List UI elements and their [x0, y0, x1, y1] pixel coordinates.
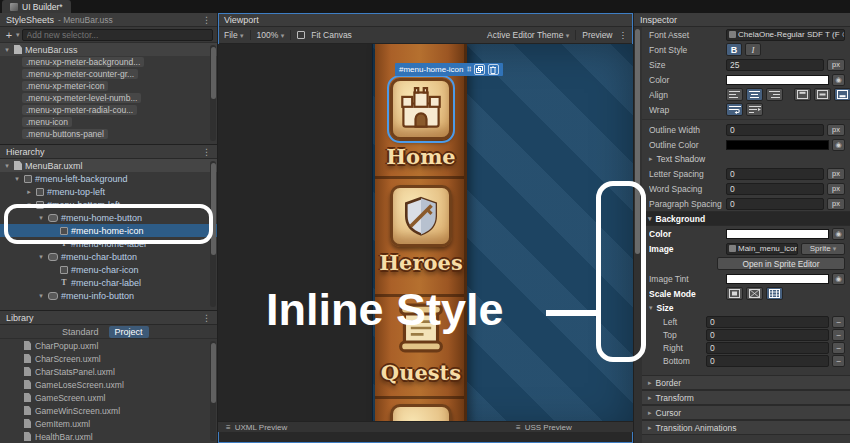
- hierarchy-root-row[interactable]: ▾ MenuBar.uxml: [0, 159, 217, 172]
- expander-icon[interactable]: ▾: [13, 175, 21, 183]
- expander-icon[interactable]: ▾: [37, 253, 45, 261]
- expander-icon[interactable]: ▾: [37, 292, 45, 300]
- paragraph-spacing-unit-dropdown[interactable]: px: [827, 198, 845, 210]
- expander-icon[interactable]: ▸: [25, 188, 33, 196]
- library-menu-icon[interactable]: ⋮: [202, 313, 211, 323]
- outline-width-input[interactable]: [726, 124, 824, 136]
- fit-canvas-button[interactable]: Fit Canvas: [311, 30, 352, 40]
- heroes-label[interactable]: Heroes: [375, 250, 467, 275]
- text-shadow-foldout[interactable]: ▸ Text Shadow: [642, 152, 850, 166]
- add-selector-button[interactable]: +: [4, 29, 14, 41]
- uss-selector-row[interactable]: .menu-icon: [0, 116, 217, 128]
- slice-right-input[interactable]: [706, 342, 829, 354]
- uss-selector-row[interactable]: .menu-xp-meter-radial-cou...: [0, 104, 217, 116]
- hierarchy-row-home-icon-selected[interactable]: #menu-home-icon: [0, 224, 217, 237]
- uss-root-row[interactable]: ▾ MenuBar.uss: [0, 43, 217, 56]
- align-bottom-button[interactable]: [834, 88, 850, 101]
- border-section-header[interactable]: ▸ Border: [642, 375, 850, 390]
- uss-selector-row[interactable]: .menu-xp-meter-counter-gr...: [0, 68, 217, 80]
- scrollbar-thumb[interactable]: [211, 343, 216, 403]
- library-item[interactable]: CharScreen.uxml: [0, 352, 217, 365]
- font-asset-field[interactable]: ChelaOne-Regular SDF T (F ⊙: [726, 29, 845, 41]
- selection-overlay-header[interactable]: #menu-home-icon ⠿: [395, 63, 503, 76]
- object-picker-icon[interactable]: ⊙: [842, 30, 845, 39]
- canvas-area[interactable]: #menu-home-icon ⠿: [218, 44, 633, 432]
- slice-size-foldout[interactable]: ▾ Size: [642, 301, 850, 315]
- uss-selector-row[interactable]: .menu-buttons-panel: [0, 128, 217, 140]
- quests-button[interactable]: [393, 300, 449, 360]
- viewport-menu-icon[interactable]: ⋮: [619, 30, 628, 40]
- word-spacing-input[interactable]: [726, 183, 824, 195]
- home-icon-element[interactable]: [390, 78, 452, 140]
- slice-left-input[interactable]: [706, 316, 829, 328]
- library-scrollbar[interactable]: [210, 341, 216, 441]
- uss-selector-row[interactable]: .menu-xp-meter-level-numb...: [0, 92, 217, 104]
- hierarchy-row[interactable]: T #menu-home-label: [0, 237, 217, 250]
- image-tint-swatch[interactable]: [726, 274, 829, 284]
- italic-button[interactable]: I: [745, 43, 761, 56]
- hierarchy-row[interactable]: T #menu-char-label: [0, 276, 217, 289]
- tab-project[interactable]: Project: [109, 326, 149, 338]
- word-spacing-unit-dropdown[interactable]: px: [827, 183, 845, 195]
- image-type-dropdown[interactable]: Sprite ▾: [801, 243, 845, 255]
- drag-handle-icon[interactable]: ⠿: [466, 66, 470, 74]
- add-selector-caret-icon[interactable]: ▾: [16, 31, 20, 39]
- stylesheets-scrollbar[interactable]: [210, 45, 216, 141]
- eyedropper-icon[interactable]: ◉: [832, 273, 845, 285]
- size-input[interactable]: [726, 59, 824, 71]
- theme-dropdown[interactable]: Active Editor Theme ▾: [487, 30, 569, 40]
- library-item[interactable]: CharPopup.uxml: [0, 339, 217, 352]
- size-unit-dropdown[interactable]: px: [827, 59, 845, 71]
- unit-dropdown-icon[interactable]: –: [832, 355, 845, 367]
- expander-icon[interactable]: ▾: [3, 46, 11, 54]
- hierarchy-row[interactable]: #menu-char-icon: [0, 263, 217, 276]
- eyedropper-icon[interactable]: ◉: [832, 139, 845, 151]
- library-item[interactable]: GameLoseScreen.uxml: [0, 378, 217, 391]
- unit-dropdown-icon[interactable]: –: [832, 342, 845, 354]
- library-item[interactable]: HealthBar.uxml: [0, 430, 217, 443]
- scale-mode-fit-button[interactable]: [746, 287, 763, 300]
- slice-bottom-input[interactable]: [706, 355, 829, 367]
- hierarchy-row[interactable]: ▾ #menu-char-button: [0, 250, 217, 263]
- align-right-button[interactable]: [766, 88, 783, 101]
- expander-icon[interactable]: ▾: [37, 214, 45, 222]
- align-middle-button[interactable]: [814, 88, 831, 101]
- scale-mode-stretch-button[interactable]: [726, 287, 743, 300]
- library-item[interactable]: GameWinScreen.uxml: [0, 404, 217, 417]
- library-item[interactable]: GemItem.uxml: [0, 417, 217, 430]
- tab-standard[interactable]: Standard: [56, 326, 105, 338]
- scrollbar-thumb[interactable]: [211, 47, 216, 99]
- game-canvas[interactable]: #menu-home-icon ⠿: [372, 44, 633, 432]
- expander-icon[interactable]: ▾: [25, 201, 33, 209]
- bold-button[interactable]: B: [726, 43, 742, 56]
- hierarchy-menu-icon[interactable]: ⋮: [202, 147, 211, 157]
- hierarchy-scrollbar[interactable]: [210, 161, 216, 307]
- background-section-header[interactable]: ▾ Background: [642, 211, 850, 226]
- wrap-on-button[interactable]: [726, 103, 743, 116]
- letter-spacing-unit-dropdown[interactable]: px: [827, 168, 845, 180]
- background-image-field[interactable]: Main_menu_icor ⊙: [726, 243, 798, 255]
- inspector-scrollbar[interactable]: [634, 27, 642, 443]
- hierarchy-row[interactable]: ▾ #menu-bottom-left: [0, 198, 217, 211]
- align-top-button[interactable]: [794, 88, 811, 101]
- scrollbar-thumb[interactable]: [211, 163, 216, 255]
- outline-width-unit-dropdown[interactable]: px: [827, 124, 845, 136]
- align-left-button[interactable]: [726, 88, 743, 101]
- uxml-preview-bar[interactable]: ≡ UXML Preview: [218, 421, 508, 432]
- preview-toggle[interactable]: Preview: [582, 30, 612, 40]
- color-swatch[interactable]: [726, 75, 829, 85]
- slice-top-input[interactable]: [706, 329, 829, 341]
- unit-dropdown-icon[interactable]: –: [832, 316, 845, 328]
- home-label[interactable]: Home: [375, 144, 467, 169]
- library-item[interactable]: CharStatsPanel.uxml: [0, 365, 217, 378]
- hierarchy-row[interactable]: ▾ #menu-left-background: [0, 172, 217, 185]
- scale-mode-slice-button[interactable]: [766, 287, 783, 300]
- paragraph-spacing-input[interactable]: [726, 198, 824, 210]
- transition-animations-section-header[interactable]: ▸ Transition Animations: [642, 420, 850, 435]
- file-menu[interactable]: File ▾: [224, 30, 244, 40]
- delete-icon[interactable]: [488, 64, 499, 75]
- add-selector-input[interactable]: [22, 29, 213, 41]
- scrollbar-thumb[interactable]: [635, 29, 640, 254]
- unit-dropdown-icon[interactable]: –: [832, 329, 845, 341]
- transform-section-header[interactable]: ▸ Transform: [642, 390, 850, 405]
